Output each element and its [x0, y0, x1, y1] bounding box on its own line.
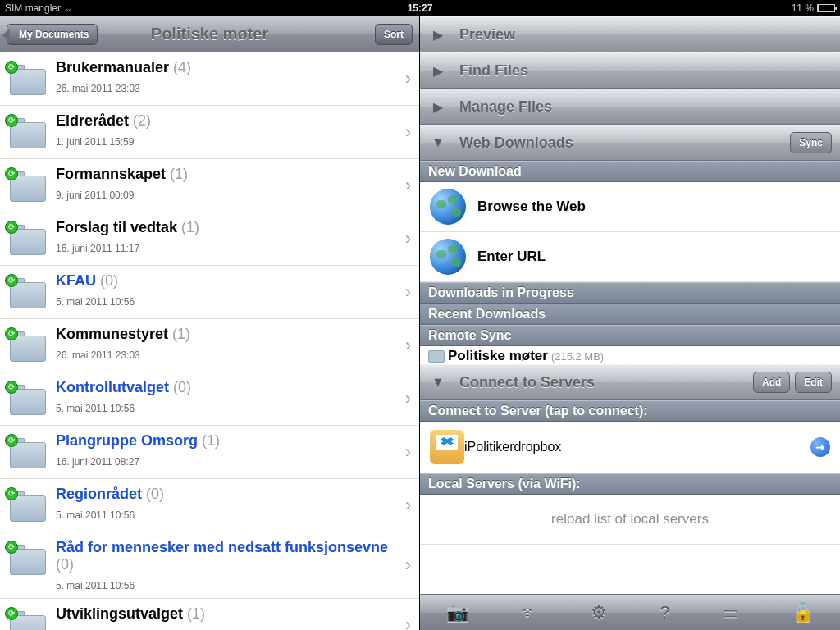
subheader-remote-sync: Remote Sync — [420, 325, 840, 346]
chevron-down-icon: ▼ — [428, 375, 448, 390]
chevron-right-icon: ▶ — [428, 27, 448, 43]
folder-icon: ⟳ — [5, 114, 49, 152]
folder-row[interactable]: ⟳Råd for mennesker med nedsatt funksjons… — [0, 532, 419, 599]
chevron-right-icon: › — [405, 121, 411, 143]
subheader-local-servers: Local Servers (via WiFi): — [420, 473, 840, 495]
folder-row[interactable]: ⟳Kontrollutvalget (0)5. mai 2011 10:56› — [0, 372, 419, 426]
folder-row[interactable]: ⟳Regionrådet (0)5. mai 2011 10:56› — [0, 479, 419, 532]
sync-badge-icon: ⟳ — [5, 607, 18, 620]
folder-icon: ⟳ — [5, 487, 49, 525]
add-button[interactable]: Add — [753, 372, 790, 393]
section-label: Find Files — [459, 62, 832, 80]
folder-row[interactable]: ⟳Kommunestyret (1)26. mai 2011 23:03› — [0, 319, 419, 372]
section-manage-files[interactable]: ▶ Manage Files — [420, 89, 840, 125]
sync-badge-icon: ⟳ — [5, 221, 18, 234]
sync-badge-icon: ⟳ — [5, 327, 18, 340]
gear-icon[interactable]: ⚙ — [591, 602, 607, 623]
sync-badge-icon: ⟳ — [5, 167, 18, 180]
chevron-down-icon: ▼ — [428, 135, 448, 150]
battery-icon — [817, 4, 835, 12]
camera-icon[interactable]: 📷 — [446, 602, 468, 623]
server-row[interactable]: iPolitikerdropbox ➔ — [420, 422, 840, 473]
remote-sync-folder-row[interactable]: Politiske møter (215.2 MB) — [420, 346, 840, 364]
sync-badge-icon: ⟳ — [5, 274, 18, 287]
wifi-icon: ⌵ — [66, 2, 71, 14]
folder-date: 26. mai 2011 23:03 — [56, 83, 405, 94]
chevron-right-icon: › — [405, 281, 411, 303]
folder-icon: ⟳ — [5, 381, 49, 418]
left-navbar: My Documents Politiske møter Sort — [0, 16, 419, 52]
sync-folder-size: (215.2 MB) — [551, 350, 604, 363]
row-label: Enter URL — [477, 249, 546, 265]
folder-date: 16. juni 2011 08:27 — [56, 456, 405, 468]
folder-count: (1) — [170, 166, 188, 182]
row-label: Browse the Web — [477, 199, 586, 215]
folder-row[interactable]: ⟳Brukermanualer (4)26. mai 2011 23:03› — [0, 52, 419, 106]
section-label: Web Downloads — [459, 135, 785, 152]
folder-date: 5. mai 2011 10:56 — [56, 403, 405, 414]
detail-arrow-icon[interactable]: ➔ — [810, 437, 830, 457]
section-label: Preview — [459, 26, 832, 43]
reload-local-servers[interactable]: reload list of local servers — [420, 495, 840, 545]
dropbox-icon — [430, 430, 464, 464]
folder-date: 26. mai 2011 23:03 — [56, 349, 405, 361]
folder-date: 5. mai 2011 10:56 — [56, 580, 405, 591]
enter-url-row[interactable]: Enter URL — [420, 232, 840, 282]
folder-date: 9. juni 2011 00:09 — [56, 189, 405, 201]
folder-list[interactable]: ⟳Brukermanualer (4)26. mai 2011 23:03›⟳E… — [0, 52, 419, 630]
folder-row[interactable]: ⟳Formannskapet (1)9. juni 2011 00:09› — [0, 159, 419, 212]
folder-name: KFAU (0) — [56, 272, 405, 290]
folder-name: Kommunestyret (1) — [56, 326, 405, 343]
folder-count: (0) — [146, 486, 164, 502]
back-button[interactable]: My Documents — [7, 24, 98, 45]
folder-row[interactable]: ⟳Plangruppe Omsorg (1)16. juni 2011 08:2… — [0, 426, 419, 479]
subheader-new-download: New Download — [420, 161, 840, 182]
sync-badge-icon: ⟳ — [5, 434, 18, 447]
subheader-downloads-in-progress: Downloads in Progress — [420, 282, 840, 304]
folder-icon: ⟳ — [5, 167, 49, 205]
folder-icon: ⟳ — [5, 274, 49, 312]
sync-button[interactable]: Sync — [790, 132, 832, 153]
section-connect-to-servers[interactable]: ▼ Connect to Servers Add Edit — [420, 364, 840, 400]
section-web-downloads[interactable]: ▼ Web Downloads Sync — [420, 125, 840, 161]
globe-icon — [430, 189, 466, 225]
folder-icon: ⟳ — [5, 607, 49, 630]
sync-badge-icon: ⟳ — [5, 61, 18, 74]
folder-count: (1) — [172, 326, 190, 342]
section-label: Manage Files — [459, 98, 832, 116]
browse-web-row[interactable]: Browse the Web — [420, 182, 840, 232]
folder-row[interactable]: ⟳Utviklingsutvalget (1)› — [0, 599, 419, 630]
wifi-icon[interactable]: ᯤ — [521, 602, 539, 623]
lock-icon[interactable]: 🔓 — [792, 602, 814, 623]
server-name: iPolitikerdropbox — [464, 440, 810, 454]
folder-name: Eldrerådet (2) — [56, 112, 405, 130]
folder-icon: ⟳ — [5, 221, 49, 258]
chevron-right-icon: › — [405, 335, 411, 356]
chevron-right-icon: › — [405, 614, 411, 630]
folder-count: (1) — [187, 605, 205, 622]
folder-icon: ⟳ — [5, 434, 49, 472]
left-pane: My Documents Politiske møter Sort ⟳Bruke… — [0, 16, 420, 630]
help-icon[interactable]: ? — [660, 602, 669, 623]
folder-count: (1) — [202, 432, 220, 449]
sort-button[interactable]: Sort — [375, 24, 413, 45]
folder-name: Brukermanualer (4) — [56, 59, 405, 76]
chevron-right-icon: ▶ — [428, 99, 448, 115]
folder-row[interactable]: ⟳KFAU (0)5. mai 2011 10:56› — [0, 266, 419, 319]
folder-count: (1) — [181, 219, 199, 235]
edit-button[interactable]: Edit — [795, 372, 832, 393]
subheader-connect-tap: Connect to Server (tap to connect): — [420, 400, 840, 422]
globe-icon — [430, 239, 466, 275]
chevron-right-icon: ▶ — [428, 63, 448, 79]
section-preview[interactable]: ▶ Preview — [420, 16, 840, 52]
folder-name: Kontrollutvalget (0) — [56, 379, 405, 396]
folder-row[interactable]: ⟳Eldrerådet (2)1. juni 2011 15:59› — [0, 106, 419, 159]
sync-badge-icon: ⟳ — [5, 541, 18, 554]
section-find-files[interactable]: ▶ Find Files — [420, 52, 840, 89]
folder-row[interactable]: ⟳Forslag til vedtak (1)16. juni 2011 11:… — [0, 212, 419, 266]
battery-label: 11 % — [792, 2, 814, 14]
display-icon[interactable]: ▭ — [722, 602, 739, 623]
chevron-right-icon: › — [405, 388, 411, 409]
folder-icon: ⟳ — [5, 61, 49, 98]
folder-name: Formannskapet (1) — [56, 166, 405, 183]
